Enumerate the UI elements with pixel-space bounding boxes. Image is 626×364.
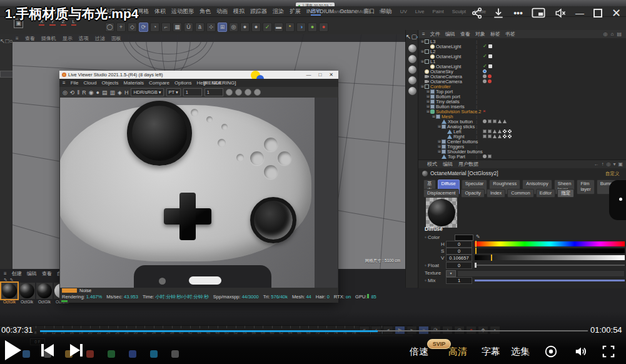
texture-field[interactable]	[457, 270, 625, 277]
visibility-dots[interactable]: ⋮	[475, 84, 478, 89]
material-tab-editor[interactable]: Editor	[536, 189, 556, 198]
om-menu-编辑[interactable]: 编辑	[445, 31, 455, 38]
samples-field-2[interactable]: 1	[204, 88, 223, 96]
visibility-dots[interactable]: ⋮	[475, 74, 478, 79]
color-swatch[interactable]	[455, 235, 473, 241]
lv-menu-options[interactable]: Options	[174, 80, 192, 86]
lock-resolution-icon[interactable]: ◉	[89, 89, 94, 96]
lock-icon[interactable]: ▣	[618, 161, 623, 167]
texture-tag-icon[interactable]	[508, 134, 512, 138]
polygon-selection-icon[interactable]	[493, 129, 497, 133]
octane-render-icon[interactable]: ●	[319, 23, 328, 32]
om-menu-书签[interactable]: 书签	[505, 31, 515, 38]
quality-button[interactable]: 高清	[448, 346, 467, 358]
selection-tag-icon[interactable]	[488, 154, 492, 158]
plugin-icon-2[interactable]: ◑	[296, 23, 306, 32]
axis-mode-icon[interactable]: Ū	[184, 23, 193, 32]
taskbar-app-icon[interactable]	[86, 350, 94, 358]
menu-item-运动图形[interactable]: 运动图形	[171, 8, 194, 16]
selection-tag-icon[interactable]	[493, 119, 497, 123]
workplane-icon[interactable]: ▦	[173, 23, 182, 32]
om-menu-标签[interactable]: 标签	[490, 31, 500, 38]
viewer-option-icon[interactable]	[226, 89, 233, 96]
lv-menu-objects[interactable]: Objects	[101, 80, 118, 86]
material-tab-index[interactable]: Index	[487, 189, 505, 198]
visibility-dots[interactable]: ⋮	[475, 144, 478, 149]
enabled-check-icon[interactable]: ✓	[483, 44, 487, 48]
lv-menu-cloud[interactable]: Cloud	[84, 80, 97, 86]
prev-episode-button[interactable]	[41, 344, 54, 356]
play-button[interactable]	[5, 340, 21, 360]
frame-icon[interactable]: ▢	[411, 33, 416, 40]
mute-icon[interactable]	[554, 7, 567, 19]
visibility-dots[interactable]: ⋮	[475, 104, 478, 109]
scale-icon[interactable]: ◇	[128, 23, 137, 32]
restart-render-icon[interactable]: ⟲	[70, 89, 75, 96]
float-value[interactable]: 0	[446, 262, 472, 269]
visibility-dots[interactable]: ⋮	[475, 109, 478, 114]
save-image-icon[interactable]: ▤	[102, 89, 108, 96]
mm-menu-查看[interactable]: 查看	[42, 270, 52, 277]
layout-tab-Standard[interactable]: Standard	[329, 9, 349, 14]
visibility-dots[interactable]: ⋮	[475, 154, 478, 159]
material-tab-opacity[interactable]: Opacity	[461, 189, 484, 198]
visibility-dots[interactable]: ⋮	[475, 59, 478, 64]
layout-tab-Paint[interactable]: Paint	[433, 9, 444, 14]
material-thumbnail[interactable]	[36, 283, 53, 299]
material-preview[interactable]	[426, 198, 457, 228]
texture-dropdown[interactable]: ▾	[446, 270, 456, 277]
hamburger-icon[interactable]: ≡	[16, 36, 19, 41]
am-tab-模式[interactable]: 模式	[427, 161, 437, 168]
menu-item-动画[interactable]: 动画	[216, 8, 228, 16]
selection-tag-icon[interactable]	[488, 134, 492, 138]
polygon-selection-icon[interactable]	[493, 134, 497, 138]
taskbar-app-icon[interactable]	[108, 350, 115, 358]
back-icon[interactable]: ←	[593, 161, 598, 167]
region-render-icon[interactable]: R	[82, 89, 86, 96]
search-icon[interactable]: ◎	[603, 31, 608, 37]
viewport-menu-查看[interactable]: 查看	[25, 35, 35, 42]
h-value[interactable]: 0	[446, 241, 472, 248]
polygon-selection-icon[interactable]	[498, 134, 502, 138]
s-value[interactable]: 0	[446, 248, 472, 255]
material-sphere-icon[interactable]	[408, 66, 416, 74]
download-icon[interactable]	[492, 7, 505, 19]
progress-bar[interactable]	[40, 330, 588, 331]
visibility-dots[interactable]: ⋮	[475, 134, 478, 139]
visibility-dots[interactable]: ⋮	[475, 139, 478, 144]
selection-tag-icon[interactable]	[483, 129, 487, 133]
om-menu-查看[interactable]: 查看	[460, 31, 470, 38]
material-tab-displacement[interactable]: Displacement	[423, 189, 459, 198]
filter-icon[interactable]: ▾	[613, 161, 615, 167]
material-manager-tools[interactable]: ✎✎	[4, 278, 16, 283]
viewer-option-icon[interactable]	[254, 89, 261, 96]
subtitle-button[interactable]: 字幕	[482, 346, 500, 358]
taskbar-app-icon[interactable]	[171, 350, 179, 358]
enabled-check-icon[interactable]: ✓	[483, 54, 487, 58]
minimize-icon[interactable]: —	[575, 6, 584, 20]
selection-tag-icon[interactable]	[483, 134, 487, 138]
visibility-dots[interactable]: ⋮	[475, 129, 478, 134]
visibility-dots[interactable]: ⋮	[475, 114, 478, 119]
material-tab-指定[interactable]: 指定	[557, 189, 574, 198]
mm-menu-编辑[interactable]: 编辑	[27, 270, 37, 277]
menu-item-模拟[interactable]: 模拟	[233, 8, 245, 16]
material-tab-film-layer[interactable]: Film layer	[577, 179, 594, 195]
viewport-menu-显示[interactable]: 显示	[63, 35, 73, 42]
samples-field[interactable]: 1	[183, 88, 202, 96]
visibility-dots[interactable]: ⋮	[475, 94, 478, 99]
viewport-menu-选项[interactable]: 选项	[79, 35, 89, 42]
material-name-row[interactable]: OctaneMaterial [OctGlossy2]	[422, 170, 498, 176]
save-pass-icon[interactable]: ▥	[109, 89, 115, 96]
protection-tag-icon[interactable]	[488, 79, 492, 83]
visibility-dots[interactable]: ⋮	[475, 89, 478, 94]
visibility-dots[interactable]: ⋮	[475, 39, 478, 44]
axis-align-icon[interactable]: ā	[195, 23, 204, 32]
close-icon[interactable]: ✕	[612, 6, 621, 20]
om-menu-对象[interactable]: 对象	[475, 31, 485, 38]
phong-tag-icon[interactable]	[483, 119, 487, 123]
selection-tag-icon[interactable]	[488, 129, 492, 133]
selection-tag-icon[interactable]	[488, 119, 492, 123]
toolbar-strip-icon[interactable]: ▬	[274, 23, 283, 32]
render-settings-icon[interactable]: ●	[251, 23, 261, 32]
